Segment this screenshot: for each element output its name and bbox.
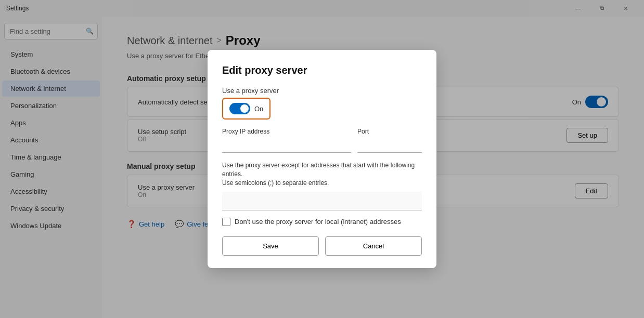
exception-description: Use the proxy server except for addresse…: [222, 161, 422, 187]
cancel-button[interactable]: Cancel: [325, 236, 422, 256]
proxy-toggle-label: On: [254, 105, 263, 113]
port-group: Port: [357, 128, 422, 153]
exception-input[interactable]: [222, 192, 422, 210]
use-proxy-server-label: Use a proxy server: [222, 87, 422, 95]
ip-port-fields: Proxy IP address Port: [222, 128, 422, 153]
dialog-title: Edit proxy server: [222, 64, 422, 76]
port-input[interactable]: [357, 137, 422, 153]
port-label: Port: [357, 128, 422, 135]
dialog-buttons: Save Cancel: [222, 236, 422, 256]
proxy-ip-input[interactable]: [222, 137, 351, 153]
proxy-ip-group: Proxy IP address: [222, 128, 351, 153]
edit-proxy-dialog: Edit proxy server Use a proxy server On …: [208, 50, 436, 268]
proxy-ip-label: Proxy IP address: [222, 128, 351, 135]
local-checkbox-label: Don't use the proxy server for local (in…: [235, 218, 401, 226]
save-button[interactable]: Save: [222, 236, 319, 256]
proxy-toggle[interactable]: [229, 103, 250, 114]
local-checkbox[interactable]: [222, 218, 230, 226]
proxy-toggle-row: On: [222, 98, 271, 120]
modal-overlay: Edit proxy server Use a proxy server On …: [0, 0, 644, 318]
local-checkbox-row: Don't use the proxy server for local (in…: [222, 218, 422, 226]
